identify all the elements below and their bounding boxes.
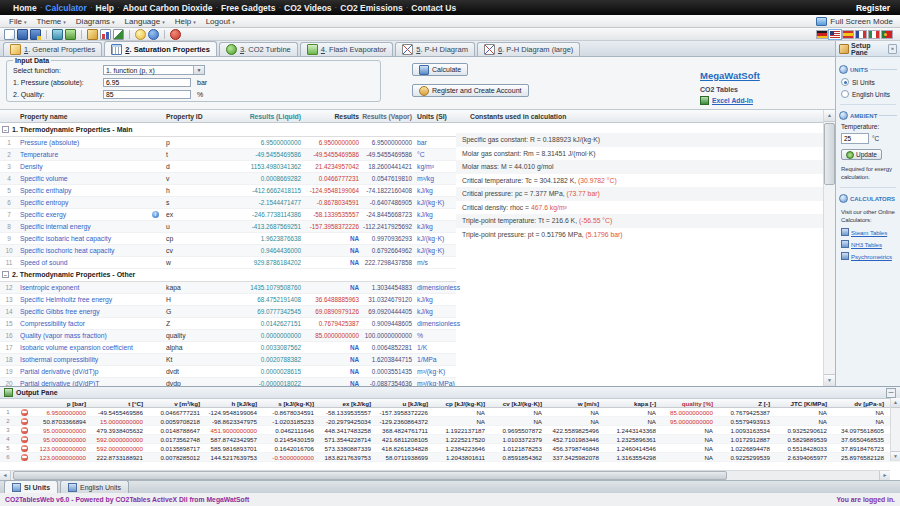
scroll-down-icon[interactable]: ▼ bbox=[891, 451, 900, 461]
output-col-t-c[interactable]: t [°C] bbox=[89, 399, 146, 407]
link-psychrometrics[interactable]: Psychrometrics bbox=[841, 252, 897, 260]
results-vapor-header[interactable]: Results (Vapor) bbox=[359, 110, 412, 122]
bottom-tab-si-units[interactable]: SI Units bbox=[4, 480, 58, 493]
save-icon[interactable] bbox=[17, 29, 28, 40]
unit-option-si-units[interactable]: SI Units bbox=[841, 78, 897, 86]
fullscreen-toggle[interactable]: Full Screen Mode bbox=[816, 17, 896, 26]
update-button[interactable]: Update bbox=[841, 149, 882, 160]
calculate-button[interactable]: Calculate bbox=[412, 63, 468, 76]
remove-row-icon[interactable] bbox=[21, 436, 28, 443]
output-col-quality[interactable]: quality [%] bbox=[659, 399, 716, 407]
lightbulb-icon[interactable] bbox=[135, 29, 146, 40]
register-create-account-button[interactable]: Register and Create Account bbox=[412, 84, 529, 97]
topbar-item-home[interactable]: Home bbox=[10, 3, 40, 13]
menu-diagrams[interactable]: Diagrams▾ bbox=[71, 17, 120, 26]
collapse-section-icon[interactable] bbox=[839, 111, 848, 120]
tab-5-p-h-diagram[interactable]: 5. P-H Diagram bbox=[395, 42, 475, 56]
property-name-link[interactable]: Specific exergyi bbox=[18, 209, 162, 220]
flag-de-icon[interactable] bbox=[817, 31, 827, 38]
topbar-item-free-gadgets[interactable]: Free Gadgets bbox=[218, 3, 278, 13]
property-name-link[interactable]: Partial derivative (dV/dP)T bbox=[18, 378, 162, 386]
collapse-section-icon[interactable] bbox=[839, 194, 848, 203]
export-icon[interactable] bbox=[52, 29, 63, 40]
results-liquid-header[interactable]: Results (Liquid) bbox=[221, 110, 301, 122]
refresh-icon[interactable] bbox=[65, 29, 76, 40]
info-icon[interactable]: i bbox=[152, 211, 159, 218]
output-col-kapa[interactable]: kapa [-] bbox=[602, 399, 659, 407]
topbar-item-about-carbon-dioxide[interactable]: About Carbon Dioxide bbox=[120, 3, 216, 13]
chart-bar-icon[interactable] bbox=[100, 29, 111, 40]
scroll-right-icon[interactable]: ► bbox=[879, 471, 890, 480]
flag-it-icon[interactable] bbox=[869, 31, 879, 38]
scroll-left-icon[interactable]: ◄ bbox=[0, 471, 11, 480]
output-col-s-kj-kg-k[interactable]: s [kJ/(kg·K)] bbox=[260, 399, 317, 407]
megawatsoft-link[interactable]: MegaWatSoft bbox=[700, 70, 760, 81]
topbar-item-help[interactable]: Help bbox=[93, 3, 117, 13]
topbar-item-co2-emissions[interactable]: CO2 Emissions bbox=[337, 3, 405, 13]
unit-option-english-units[interactable]: English Units bbox=[841, 90, 897, 98]
property-name-link[interactable]: Quality (vapor mass fraction) bbox=[18, 330, 162, 341]
remove-row-icon[interactable] bbox=[21, 454, 28, 461]
output-col-cv-kj-kg-k[interactable]: cv [kJ/(kg·K)] bbox=[488, 399, 545, 407]
link-steam-tables[interactable]: Steam Tables bbox=[841, 228, 897, 236]
pencil-icon[interactable] bbox=[87, 29, 98, 40]
tab-4-flash-evaporator[interactable]: 4. Flash Evaporator bbox=[300, 42, 393, 56]
tab-6-p-h-diagram-large[interactable]: 6. P-H Diagram (large) bbox=[477, 42, 580, 56]
ambient-temperature-input[interactable] bbox=[841, 133, 869, 144]
excel-addin-link[interactable]: Excel Add-In bbox=[700, 96, 812, 105]
flag-us-icon[interactable] bbox=[830, 31, 840, 38]
property-name-link[interactable]: Specific isobaric heat capacity bbox=[18, 233, 162, 244]
output-horizontal-scrollbar[interactable]: ◄ ► bbox=[0, 470, 890, 480]
new-document-icon[interactable] bbox=[4, 29, 15, 40]
output-col-u-kj-kg[interactable]: u [kJ/kg] bbox=[374, 399, 431, 407]
remove-row-icon[interactable] bbox=[21, 409, 28, 416]
scroll-up-icon[interactable]: ▲ bbox=[891, 398, 900, 408]
flag-fr-icon[interactable] bbox=[856, 31, 866, 38]
help-icon[interactable] bbox=[148, 29, 159, 40]
collapse-group-icon[interactable]: − bbox=[2, 271, 9, 278]
quality-input[interactable] bbox=[103, 90, 191, 99]
tab-2-saturation-properties[interactable]: 2. Saturation Properties bbox=[104, 41, 217, 56]
collapse-pane-icon[interactable]: » bbox=[888, 44, 897, 54]
scroll-down-icon[interactable]: ▼ bbox=[824, 374, 835, 386]
topbar-item-contact-us[interactable]: Contact Us bbox=[408, 3, 459, 13]
menu-theme[interactable]: Theme▾ bbox=[31, 17, 70, 26]
collapse-output-icon[interactable]: — bbox=[886, 388, 896, 398]
output-col-ex-kj-kg[interactable]: ex [kJ/kg] bbox=[317, 399, 374, 407]
remove-row-icon[interactable] bbox=[21, 418, 28, 425]
property-name-link[interactable]: Partial derivative (dV/dT)p bbox=[18, 366, 162, 377]
flag-es-icon[interactable] bbox=[843, 31, 853, 38]
output-col-cp-kj-kg-k[interactable]: cp [kJ/(kg·K)] bbox=[431, 399, 488, 407]
scrollbar-thumb[interactable] bbox=[13, 471, 727, 480]
property-group-header[interactable]: −1. Thermodynamic Properties - Main bbox=[0, 124, 456, 137]
flag-pt-icon[interactable] bbox=[882, 31, 892, 38]
property-name-link[interactable]: Temperature bbox=[18, 149, 162, 160]
property-name-link[interactable]: Compressibility factor bbox=[18, 318, 162, 329]
collapse-section-icon[interactable] bbox=[839, 65, 848, 74]
menu-logout[interactable]: Logout▾ bbox=[201, 17, 240, 26]
menu-file[interactable]: File▾ bbox=[4, 17, 31, 26]
property-name-link[interactable]: Specific isochoric heat capacity bbox=[18, 245, 162, 256]
tab-3-co2-turbine[interactable]: 3. CO2 Turbine bbox=[219, 42, 298, 56]
stop-icon[interactable] bbox=[170, 29, 181, 40]
property-name-header[interactable]: Property name bbox=[18, 110, 162, 122]
output-col-h-kj-kg[interactable]: h [kJ/kg] bbox=[203, 399, 260, 407]
output-col-z[interactable]: Z [-] bbox=[716, 399, 773, 407]
pressure-input[interactable] bbox=[103, 78, 191, 87]
bottom-tab-english-units[interactable]: English Units bbox=[60, 480, 129, 493]
property-id-header[interactable]: Property ID bbox=[162, 110, 221, 122]
link-nh3-tables[interactable]: NH3 Tables bbox=[841, 240, 897, 248]
scroll-up-icon[interactable]: ▲ bbox=[824, 110, 835, 122]
property-name-link[interactable]: Speed of sound bbox=[18, 257, 162, 268]
remove-row-icon[interactable] bbox=[21, 427, 28, 434]
ambient-section-header[interactable]: AMBIENT bbox=[839, 111, 897, 120]
property-name-link[interactable]: Specific Gibbs free energy bbox=[18, 306, 162, 317]
collapse-group-icon[interactable]: − bbox=[2, 126, 9, 133]
results-header[interactable]: Results bbox=[301, 110, 359, 122]
menu-language[interactable]: Language▾ bbox=[120, 17, 170, 26]
output-vertical-scrollbar[interactable]: ▲ ▼ bbox=[890, 398, 900, 461]
property-name-link[interactable]: Specific internal energy bbox=[18, 221, 162, 232]
property-name-link[interactable]: Density bbox=[18, 161, 162, 172]
output-col-p-bar[interactable]: p [bar] bbox=[32, 399, 89, 407]
topbar-item-co2-videos[interactable]: CO2 Videos bbox=[281, 3, 335, 13]
